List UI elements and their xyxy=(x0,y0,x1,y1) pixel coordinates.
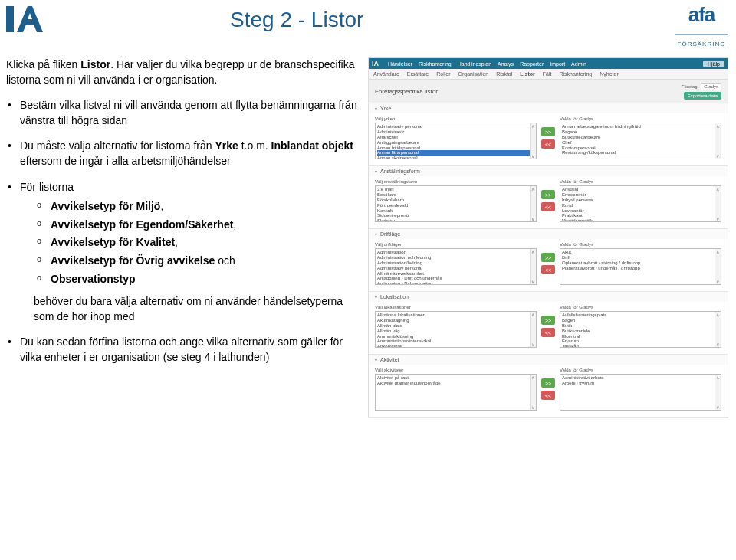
list-item[interactable]: Allmänna lokalisationer xyxy=(377,313,534,318)
list-item[interactable]: Anläggningsarbetare xyxy=(377,140,534,146)
list-item[interactable]: Sidoentreprenör xyxy=(377,213,534,218)
subnav-item[interactable]: Nyheter xyxy=(600,71,619,77)
listbox[interactable]: AdministrationAdministration och ledning… xyxy=(375,248,537,285)
move-left-button[interactable]: << xyxy=(541,328,555,337)
scrollbar[interactable] xyxy=(715,375,721,410)
list-item[interactable]: Besökare xyxy=(377,192,534,198)
list-item[interactable]: 3:e man xyxy=(377,187,534,192)
move-right-button[interactable]: >> xyxy=(541,253,555,262)
topnav-item[interactable]: Handlingsplan xyxy=(458,61,491,67)
list-item[interactable]: Elcentral xyxy=(562,334,719,339)
move-left-button[interactable]: << xyxy=(541,139,555,149)
list-item[interactable]: Aktivitet på rast xyxy=(377,375,534,381)
listbox[interactable]: Aktivitet på rastAktivitet utanför indus… xyxy=(375,374,537,411)
section-header[interactable]: ▾Aktivitet xyxy=(369,355,728,365)
topnav-item[interactable]: Rapporter xyxy=(520,61,544,67)
list-item[interactable]: Kund xyxy=(562,203,719,208)
topnav-item[interactable]: Riskhantering xyxy=(419,61,452,67)
list-item[interactable]: Kontorspersonal xyxy=(562,146,719,151)
scrollbar[interactable] xyxy=(530,375,536,410)
subnav-item[interactable]: Listor xyxy=(520,71,534,77)
list-item[interactable]: Administrativt arbete xyxy=(562,375,719,381)
listbox[interactable]: Administrativt arbeteArbete i frysrum xyxy=(560,374,721,411)
list-item[interactable]: Aktivitet utanför industriområde xyxy=(377,381,534,386)
list-item[interactable]: Akutmottagning xyxy=(377,318,534,323)
list-item[interactable]: Jässkåp xyxy=(562,344,719,348)
scrollbar[interactable] xyxy=(715,186,721,221)
list-item[interactable]: Ammuniationsröntenslokal xyxy=(377,339,534,344)
list-item[interactable]: Butik xyxy=(562,323,719,329)
topnav-item[interactable]: Händelser xyxy=(388,61,412,67)
list-item[interactable]: Anläggning - Drift och underhåll xyxy=(377,276,534,281)
list-item[interactable]: Annan skolpersonal xyxy=(377,156,534,159)
list-item[interactable]: Frysrum xyxy=(562,339,719,344)
list-item[interactable]: Drift xyxy=(562,255,719,260)
listbox[interactable]: Administrativ personalAdministratörAffär… xyxy=(375,123,537,159)
section-header[interactable]: ▾Driftläge xyxy=(369,229,728,239)
section-header[interactable]: ▾Yrke xyxy=(369,103,728,113)
topnav-item[interactable]: Admin xyxy=(571,61,586,67)
list-item[interactable]: Konsult xyxy=(377,208,534,214)
help-button[interactable]: Hjälp xyxy=(703,61,724,67)
topnav-item[interactable]: Analys xyxy=(498,61,514,67)
list-item[interactable]: Praktikant xyxy=(562,213,719,218)
subnav-item[interactable]: Användare xyxy=(373,71,399,77)
list-item[interactable]: Allmän väg xyxy=(377,329,534,334)
list-item[interactable]: Bagare xyxy=(562,129,719,135)
list-item[interactable]: Oplanerat avbrott / störning / driftstop… xyxy=(562,260,719,266)
list-item[interactable]: Administration och ledning xyxy=(377,255,534,260)
list-item[interactable]: Akut xyxy=(562,250,719,255)
list-item[interactable]: Inhyrd personal xyxy=(562,198,719,203)
topnav-item[interactable]: Import xyxy=(550,61,565,67)
list-item[interactable]: Anställd xyxy=(562,187,719,192)
move-left-button[interactable]: << xyxy=(541,391,555,400)
list-item[interactable]: Administration/ledning xyxy=(377,260,534,266)
list-item[interactable]: Affärschef xyxy=(377,135,534,140)
subnav-item[interactable]: Fält xyxy=(543,71,552,77)
list-item[interactable]: Förtroendevald xyxy=(377,203,534,208)
list-item[interactable]: Visstidsanställd xyxy=(562,218,719,222)
list-item[interactable]: Butiksmedarbetare xyxy=(562,135,719,140)
list-item[interactable]: Arbete i frysrum xyxy=(562,381,719,386)
section-header[interactable]: ▾Lokalisation xyxy=(369,292,728,302)
list-item[interactable]: Annan fritidspersonal xyxy=(377,146,534,151)
list-item[interactable]: Bageri xyxy=(562,318,719,323)
list-item[interactable]: Restaurang-/kökspersonal xyxy=(562,150,719,156)
list-item[interactable]: Administration xyxy=(377,250,534,255)
listbox[interactable]: 3:e manBesökareFörskolebarnFörtroendeval… xyxy=(375,185,537,222)
move-left-button[interactable]: << xyxy=(541,202,555,211)
list-item[interactable]: Butiksområde xyxy=(562,329,719,334)
list-item[interactable]: Ankomsthall xyxy=(377,344,534,348)
listbox[interactable]: Annan arbetstagare inom bildning/fritidB… xyxy=(560,123,721,159)
list-item[interactable]: Anläggning - Nybyggnation xyxy=(377,281,534,285)
export-button[interactable]: Exportera data xyxy=(684,92,721,100)
subnav-item[interactable]: Riskhantering xyxy=(559,71,592,77)
company-select[interactable]: Gladys xyxy=(701,83,721,90)
list-item[interactable]: Ammoniaklösning xyxy=(377,334,534,339)
scrollbar[interactable] xyxy=(715,249,721,284)
listbox[interactable]: AvfallshanteringsplatsBageriButikButikso… xyxy=(560,311,721,348)
scrollbar[interactable] xyxy=(715,123,721,159)
listbox[interactable]: AnställdEntreprenörInhyrd personalKundLe… xyxy=(560,185,721,222)
scrollbar[interactable] xyxy=(530,312,536,347)
listbox[interactable]: AkutDriftOplanerat avbrott / störning / … xyxy=(560,248,721,285)
subnav-item[interactable]: Ersättare xyxy=(407,71,429,77)
list-item[interactable]: Planerat avbrott / underhåll / driftstop… xyxy=(562,266,719,271)
section-header[interactable]: ▾Anställningsform xyxy=(369,166,728,176)
subnav-item[interactable]: Organisation xyxy=(458,71,489,77)
list-item[interactable]: Administratör xyxy=(377,129,534,135)
subnav-item[interactable]: Roller xyxy=(436,71,450,77)
list-item[interactable]: Administrativ personal xyxy=(377,124,534,129)
subnav-item[interactable]: Risktal xyxy=(496,71,512,77)
list-item[interactable]: Administrativ personal xyxy=(377,266,534,271)
move-right-button[interactable]: >> xyxy=(541,190,555,199)
list-item[interactable]: Avfallshanteringsplats xyxy=(562,313,719,318)
list-item[interactable]: Allmän plats xyxy=(377,323,534,329)
move-right-button[interactable]: >> xyxy=(541,127,555,136)
list-item[interactable]: Entreprenör xyxy=(562,192,719,198)
list-item[interactable]: Annan arbetstagare inom bildning/fritid xyxy=(562,124,719,129)
scrollbar[interactable] xyxy=(530,123,536,159)
move-right-button[interactable]: >> xyxy=(541,316,555,325)
list-item[interactable]: Förskolebarn xyxy=(377,198,534,203)
move-left-button[interactable]: << xyxy=(541,265,555,274)
